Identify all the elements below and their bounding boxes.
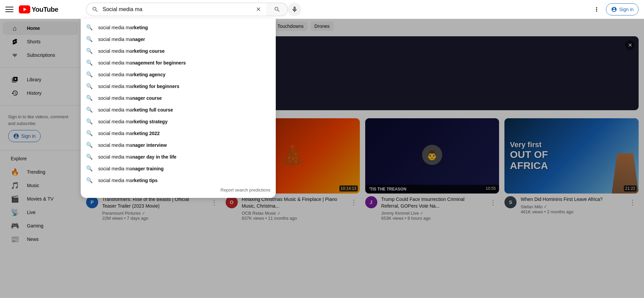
youtube-logo[interactable]: YouTube <box>19 5 58 13</box>
autocomplete-item-6[interactable]: 🔍 social media manager course <box>81 92 276 104</box>
autocomplete-item-11[interactable]: 🔍 social media manager day in the life <box>81 151 276 163</box>
autocomplete-search-icon-1: 🔍 <box>86 36 93 42</box>
autocomplete-item-0[interactable]: 🔍 social media marketing <box>81 22 276 33</box>
autocomplete-search-icon-13: 🔍 <box>86 177 93 183</box>
autocomplete-item-7[interactable]: 🔍 social media marketing full course <box>81 104 276 116</box>
autocomplete-search-icon-10: 🔍 <box>86 142 93 148</box>
search-submit-button[interactable] <box>266 3 288 16</box>
microphone-icon <box>291 6 298 13</box>
top-header: ✕ Sign in <box>81 0 644 19</box>
autocomplete-item-9[interactable]: 🔍 social media marketing 2022 <box>81 127 276 139</box>
autocomplete-text-7: social media marketing full course <box>98 107 270 113</box>
more-options-icon <box>593 6 600 13</box>
autocomplete-text-6: social media manager course <box>98 95 270 101</box>
autocomplete-text-13: social media marketing tips <box>98 178 270 183</box>
autocomplete-item-10[interactable]: 🔍 social media manager interview <box>81 139 276 151</box>
autocomplete-dropdown: 🔍 social media marketing 🔍 social media … <box>81 19 276 198</box>
autocomplete-search-icon-6: 🔍 <box>86 95 93 101</box>
autocomplete-search-icon-3: 🔍 <box>86 59 93 66</box>
autocomplete-text-12: social media manager training <box>98 166 270 171</box>
autocomplete-search-icon-0: 🔍 <box>86 24 93 31</box>
autocomplete-item-1[interactable]: 🔍 social media manager <box>81 33 276 45</box>
report-predictions-link[interactable]: Report search predictions <box>81 186 276 195</box>
autocomplete-item-3[interactable]: 🔍 social media management for beginners <box>81 57 276 69</box>
autocomplete-item-12[interactable]: 🔍 social media manager training <box>81 163 276 174</box>
hamburger-menu-button[interactable] <box>5 5 13 13</box>
autocomplete-search-icon-11: 🔍 <box>86 154 93 160</box>
autocomplete-item-4[interactable]: 🔍 social media marketing agency <box>81 69 276 80</box>
autocomplete-text-5: social media marketing for beginners <box>98 84 270 89</box>
autocomplete-search-icon-2: 🔍 <box>86 48 93 54</box>
autocomplete-search-icon-9: 🔍 <box>86 130 93 136</box>
search-clear-button[interactable]: ✕ <box>256 6 261 13</box>
autocomplete-text-1: social media manager <box>98 37 270 42</box>
header-sign-in-button[interactable]: Sign in <box>606 3 639 15</box>
youtube-logo-icon <box>19 5 30 13</box>
autocomplete-text-8: social media marketing strategy <box>98 119 270 124</box>
autocomplete-text-3: social media management for beginners <box>98 60 270 66</box>
autocomplete-item-5[interactable]: 🔍 social media marketing for beginners <box>81 80 276 92</box>
sidebar-header: YouTube <box>0 0 81 19</box>
autocomplete-text-11: social media manager day in the life <box>98 154 270 160</box>
autocomplete-text-9: social media marketing 2022 <box>98 131 270 136</box>
search-submit-icon <box>274 6 280 13</box>
voice-search-button[interactable] <box>288 3 301 16</box>
autocomplete-search-icon-8: 🔍 <box>86 118 93 125</box>
autocomplete-text-2: social media marketing course <box>98 48 270 54</box>
search-bar: ✕ <box>86 3 266 16</box>
autocomplete-search-icon-12: 🔍 <box>86 165 93 172</box>
more-options-button[interactable] <box>590 3 603 16</box>
user-circle-icon <box>611 6 617 12</box>
autocomplete-search-icon-7: 🔍 <box>86 107 93 113</box>
autocomplete-item-8[interactable]: 🔍 social media marketing strategy <box>81 116 276 127</box>
autocomplete-text-0: social media marketing <box>98 25 270 30</box>
autocomplete-search-icon-4: 🔍 <box>86 71 93 78</box>
youtube-logo-text: YouTube <box>32 6 58 13</box>
autocomplete-text-4: social media marketing agency <box>98 72 270 77</box>
autocomplete-item-13[interactable]: 🔍 social media marketing tips <box>81 174 276 186</box>
search-prefix-icon <box>92 6 99 13</box>
autocomplete-item-2[interactable]: 🔍 social media marketing course <box>81 45 276 57</box>
autocomplete-text-10: social media manager interview <box>98 142 270 148</box>
autocomplete-search-icon-5: 🔍 <box>86 83 93 89</box>
search-input[interactable] <box>103 6 252 12</box>
header-right: Sign in <box>590 3 639 16</box>
search-container: ✕ <box>86 3 301 16</box>
header-sign-in-label: Sign in <box>619 7 634 12</box>
